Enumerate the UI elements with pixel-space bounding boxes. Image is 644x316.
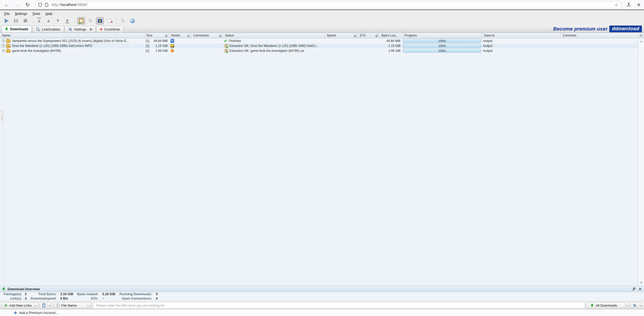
connection-cell [191, 43, 223, 48]
jdownloader-window: File Settings Tools Help ▲ ▲ ▼ ▼ ↻ ↻ [0, 11, 644, 316]
download-arrow-icon [2, 287, 5, 291]
browser-url-bar[interactable]: http://localhost:5800/ ☆ [35, 1, 621, 8]
overview-settings-icon[interactable] [632, 287, 635, 291]
column-header-hoster[interactable]: Hoster [169, 33, 191, 38]
stat-value: 0 [156, 297, 158, 300]
update-button[interactable]: ↻ [119, 17, 127, 24]
reconnect-button[interactable]: ↻ [87, 17, 94, 24]
stat-label: Total Bytes: [26, 292, 57, 296]
save-to-path: /output [483, 44, 493, 48]
move-up-button[interactable]: ▲ [45, 17, 52, 24]
page-info-icon[interactable] [45, 3, 48, 7]
premium-alert-toggle[interactable] [96, 17, 104, 24]
search-input[interactable] [93, 302, 585, 308]
column-header-bytes-loaded[interactable]: Bytes Loa... [379, 33, 402, 38]
table-row[interactable]: +Groo the Wanderer (1-120) (1985-1995) G… [0, 43, 638, 48]
pause-downloads-button[interactable] [12, 17, 20, 24]
table-header: Name Size Hoster Connection Status Speed… [0, 33, 644, 38]
bookmark-star-icon[interactable]: ☆ [615, 2, 618, 8]
column-header-save-to[interactable]: Save to [482, 33, 561, 38]
side-panel-handle[interactable] [0, 111, 3, 123]
column-header-comment[interactable]: Comment [561, 33, 638, 38]
browser-menu-icon[interactable]: ≡ [637, 2, 640, 8]
move-down-button[interactable]: ▼ [54, 17, 62, 24]
close-settings-tab-icon[interactable]: × [90, 27, 92, 32]
side-panel-splitter [3, 123, 3, 285]
comment-cell [561, 48, 638, 53]
menu-file[interactable]: File [2, 11, 12, 16]
move-to-top-button[interactable]: ▲ [35, 17, 43, 24]
add-plus-icon [4, 304, 7, 307]
column-header-connection[interactable]: Connection [191, 33, 223, 38]
start-downloads-button[interactable] [3, 17, 10, 24]
web-interface-button[interactable] [129, 17, 136, 24]
status-bar: Add a Premium Account... [0, 309, 644, 316]
tab-contribute[interactable]: ♥ Contribute [96, 26, 123, 33]
column-header-status[interactable]: Status [223, 33, 325, 38]
toolbar-separator [74, 18, 75, 24]
move-down-icon: ▼ [56, 18, 60, 23]
browser-reload-button[interactable]: ↻ [26, 2, 30, 7]
menu-tools[interactable]: Tools [30, 11, 43, 16]
eta-cell [358, 38, 379, 43]
view-selector-button[interactable]: All Downloads ▴ [586, 302, 629, 308]
browser-forward-button[interactable]: → [15, 2, 20, 7]
browser-downloads-icon[interactable] [627, 2, 631, 8]
ddownload-hoster-icon: ↻ [171, 39, 174, 43]
column-settings-button[interactable]: ⚙ [638, 33, 644, 38]
column-header-speed[interactable]: Speed [325, 33, 358, 38]
add-premium-account-link[interactable]: Add a Premium Account... [19, 311, 58, 315]
url-text: http://localhost:5800/ [51, 3, 87, 7]
menu-settings[interactable]: Settings [12, 11, 30, 16]
gear-icon: ⚙ [639, 34, 643, 37]
move-to-bottom-button[interactable]: ▼ [63, 17, 71, 24]
download-overview-title: Download Overview [8, 287, 40, 291]
tab-linkgrabber[interactable]: LinkGrabber [32, 26, 64, 33]
scrollbar-up-button[interactable]: ▲ [639, 39, 644, 44]
table-row[interactable]: +Vampirella versus the Superpowers 001 (… [0, 38, 638, 43]
expand-package-button[interactable]: + [2, 39, 5, 42]
add-new-links-popup-arrow[interactable]: ▴ [34, 302, 38, 308]
add-new-links-label: Add New Links [9, 303, 32, 307]
lock-icon [165, 34, 167, 37]
downloads-table: +Vampirella versus the Superpowers 001 (… [0, 38, 638, 53]
premium-banner[interactable]: Become premium user ddownload [553, 26, 642, 32]
search-category-popup-arrow[interactable]: ▴ [88, 302, 92, 308]
stop-downloads-button[interactable] [21, 17, 29, 24]
package-size: 49.84 MiB [154, 39, 168, 43]
search-category-button[interactable]: File Name ▴ [54, 302, 92, 308]
view-selector-popup-arrow[interactable]: ▴ [625, 302, 629, 308]
menu-help[interactable]: Help [43, 11, 55, 16]
download-arrow-icon [5, 27, 8, 31]
eta-cell [358, 43, 379, 48]
expand-package-button[interactable]: + [2, 49, 5, 52]
package-size: 1.96 GiB [155, 49, 168, 53]
comment-cell [561, 43, 638, 48]
lock-icon [354, 34, 356, 37]
clear-list-button[interactable] [105, 17, 113, 24]
scrollbar-down-button[interactable]: ▼ [639, 280, 644, 285]
overview-close-icon[interactable]: × [639, 287, 641, 291]
package-name: Groo the Wanderer (1-120) (1985-1995) Ge… [12, 44, 92, 48]
bottom-tools-popup-arrow[interactable]: ▴ [638, 302, 642, 308]
column-header-size[interactable]: Size [144, 33, 169, 38]
clipboard-observer-toggle[interactable] [77, 17, 85, 24]
table-vertical-scrollbar[interactable]: ▲ ▼ [638, 38, 644, 285]
paste-links-popup-arrow[interactable]: ▴ [47, 302, 51, 308]
add-new-links-button[interactable]: Add New Links ▴ [2, 302, 38, 308]
package-folder-icon [6, 49, 10, 53]
premium-lock-icon [98, 19, 102, 23]
tab-bar: Downloads LinkGrabber Settings × ♥ Contr… [0, 25, 644, 33]
column-header-progress[interactable]: Progress [402, 33, 482, 38]
expand-package-button[interactable]: + [2, 44, 5, 47]
bottom-tools-button[interactable]: ▴ [630, 302, 642, 308]
column-header-name[interactable]: Name [0, 33, 144, 38]
browser-back-button[interactable]: ← [4, 2, 9, 7]
tab-downloads[interactable]: Downloads [1, 25, 32, 33]
paste-links-button[interactable]: ▴ [40, 302, 51, 308]
shield-icon[interactable] [38, 3, 42, 7]
table-row[interactable]: +game-brok the investigator-(64785) [1]1… [0, 48, 638, 53]
tab-settings[interactable]: Settings × [65, 26, 96, 33]
tab-downloads-label: Downloads [10, 27, 28, 31]
column-header-eta[interactable]: ETA [358, 33, 379, 38]
